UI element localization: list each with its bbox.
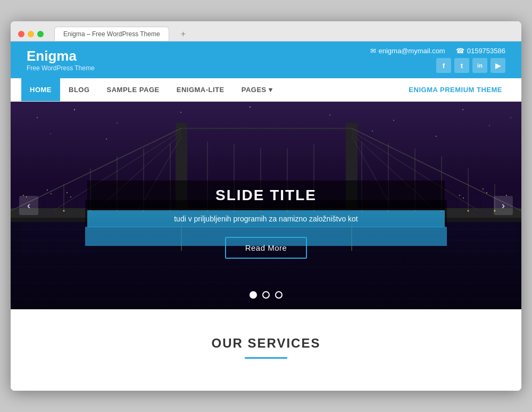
slide-content: SLIDE TITLE tudi v priljubljenih program… [87,180,445,259]
browser-window: Enigma – Free WordPress Theme + Enigma F… [11,21,521,391]
nav-blog[interactable]: BLOG [60,78,98,101]
email-icon: ✉ [370,47,376,55]
nav-pages[interactable]: PAGES ▾ [233,78,281,101]
nav-enigma-lite[interactable]: ENIGMA-LITE [168,78,233,101]
svg-point-3 [117,122,118,123]
svg-rect-36 [459,195,460,196]
services-title: OUR SERVICES [27,336,505,351]
slide-dots [250,291,282,299]
facebook-icon[interactable]: f [436,58,451,73]
prev-slide-button[interactable]: ‹ [19,196,38,215]
svg-rect-90 [447,222,516,254]
slide-title-box: SLIDE TITLE [87,180,445,210]
nav-sample-page[interactable]: SAMPLE PAGE [98,78,168,101]
svg-point-7 [393,120,394,121]
svg-rect-38 [483,188,484,189]
linkedin-icon[interactable]: in [472,58,487,73]
svg-point-84 [468,210,469,212]
slide-dot-1[interactable] [250,291,257,299]
svg-rect-39 [486,192,487,193]
header-right: ✉ enigma@mymail.com ☎ 0159753586 f t in … [370,47,505,73]
svg-point-13 [436,136,437,137]
slide-subtitle: tudi v priljubljenih programih za namizn… [98,215,434,223]
youtube-icon[interactable]: ▶ [491,58,505,73]
site-tagline: Free WordPress Theme [27,64,95,72]
site-title: Enigma [27,48,95,64]
svg-point-2 [74,109,75,110]
browser-chrome: Enigma – Free WordPress Theme + [11,21,521,42]
slide-title: SLIDE TITLE [109,187,423,204]
svg-rect-26 [51,193,52,194]
svg-point-6 [329,114,330,116]
slide-subtitle-box: tudi v priljubljenih programih za namizn… [87,210,445,227]
close-dot[interactable] [18,31,24,37]
services-section: OUR SERVICES [11,309,521,391]
site-branding: Enigma Free WordPress Theme [27,48,95,72]
svg-point-4 [180,112,181,113]
svg-rect-25 [47,189,48,191]
slide-dot-2[interactable] [262,291,270,299]
hero-slider: ‹ › SLIDE TITLE tudi v priljubljenih pro… [11,102,521,309]
svg-point-14 [510,117,511,118]
nav-home[interactable]: HOME [21,78,60,101]
read-more-button[interactable]: Read More [225,237,307,259]
phone-number: 0159753586 [467,47,505,55]
svg-rect-28 [70,196,71,197]
email-address: enigma@mymail.com [379,47,445,55]
svg-point-8 [462,109,463,110]
svg-point-70 [63,210,65,212]
svg-point-10 [50,133,51,134]
twitter-icon[interactable]: t [454,58,469,73]
nav-enigma-premium[interactable]: ENIGMA PREMIUM THEME [400,78,511,101]
browser-tab[interactable]: Enigma – Free WordPress Theme [54,27,169,41]
new-tab-button[interactable]: + [177,28,190,40]
site-wrapper: Enigma Free WordPress Theme ✉ enigma@mym… [11,42,521,391]
svg-rect-37 [463,197,464,199]
contact-info: ✉ enigma@mymail.com ☎ 0159753586 [370,47,505,55]
services-underline [245,357,287,359]
social-icons: f t in ▶ [436,58,505,73]
email-contact: ✉ enigma@mymail.com [370,47,445,55]
svg-point-9 [489,125,490,126]
maximize-dot[interactable] [37,31,44,37]
svg-point-1 [37,117,38,118]
svg-rect-27 [66,192,68,193]
main-nav: HOME BLOG SAMPLE PAGE ENIGMA-LITE PAGES … [11,78,521,102]
svg-point-11 [106,138,107,139]
minimize-dot[interactable] [28,31,34,37]
top-header: Enigma Free WordPress Theme ✉ enigma@mym… [11,42,521,78]
svg-point-5 [250,106,251,108]
slide-dot-3[interactable] [275,291,282,299]
svg-point-12 [372,130,373,131]
next-slide-button[interactable]: › [494,196,513,215]
browser-dots [18,31,44,37]
svg-rect-89 [21,222,90,254]
phone-contact: ☎ 0159753586 [456,47,505,55]
phone-icon: ☎ [456,47,464,55]
